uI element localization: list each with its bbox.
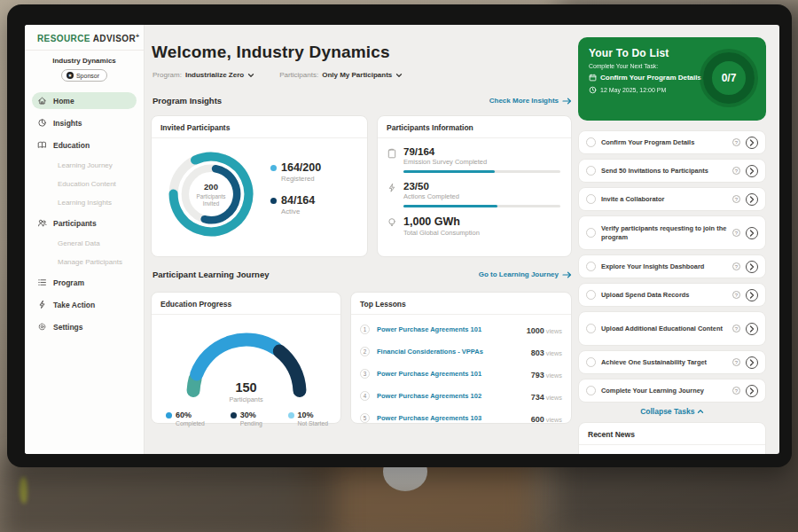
help-icon[interactable]: ? — [732, 291, 740, 299]
collapse-tasks-label: Collapse Tasks — [640, 407, 694, 416]
task-open-button[interactable] — [746, 289, 758, 301]
card-title: Participants Information — [378, 116, 571, 138]
learning-journey-header: Participant Learning Journey Go to Learn… — [153, 270, 572, 279]
app-logo: RESOURCE ADVISOR+ — [25, 25, 144, 51]
task-confirm-program-details[interactable]: Confirm Your Program Details ? — [578, 130, 766, 154]
help-icon[interactable]: ? — [732, 195, 740, 203]
help-icon[interactable]: ? — [732, 325, 740, 332]
task-explore-insights[interactable]: Explore Your Insights Dashboard ? — [578, 254, 766, 278]
task-checkbox[interactable] — [586, 290, 596, 300]
lesson-rank: 2 — [360, 347, 370, 356]
task-open-button[interactable] — [746, 165, 758, 177]
help-icon[interactable]: ? — [732, 358, 740, 366]
task-checkbox[interactable] — [586, 357, 596, 367]
sidebar-nav: Home Insights Education Learning Journey… — [25, 82, 144, 335]
program-icon — [37, 278, 47, 287]
help-icon[interactable]: ? — [732, 387, 740, 395]
section-title: Participant Learning Journey — [153, 270, 269, 279]
task-checkbox[interactable] — [586, 324, 596, 333]
filters-row: Program: Industrialize Zero Participants… — [153, 71, 403, 79]
participants-filter[interactable]: Participants: Only My Participants — [279, 71, 403, 79]
lesson-link[interactable]: Power Purchase Agreements 101 — [377, 325, 520, 333]
education-icon — [37, 140, 47, 150]
survey-icon — [387, 148, 397, 159]
sidebar-item-manage-participants[interactable]: Manage Participants — [32, 255, 137, 269]
sidebar-item-education[interactable]: Education — [32, 137, 137, 153]
progress-bar-fill — [403, 205, 497, 207]
link-label: Check More Insights — [489, 97, 559, 105]
todo-due-date: 12 May 2025, 12:00 PM — [600, 87, 666, 93]
sidebar-item-participants[interactable]: Participants — [32, 215, 137, 231]
help-icon[interactable]: ? — [732, 167, 740, 175]
task-label: Complete Your Learning Journey — [601, 387, 727, 395]
task-open-button[interactable] — [746, 356, 758, 369]
help-icon[interactable]: ? — [732, 262, 740, 270]
help-icon[interactable]: ? — [732, 138, 740, 146]
sidebar-item-program[interactable]: Program — [32, 274, 137, 291]
sidebar-item-general-data[interactable]: General Data — [32, 237, 137, 250]
top-lessons-card: Top Lessons 1 Power Purchase Agreements … — [350, 292, 572, 424]
task-checkbox[interactable] — [586, 194, 596, 204]
program-filter-value: Industrialize Zero — [185, 71, 244, 79]
participants-icon — [37, 218, 47, 228]
task-complete-learning-journey[interactable]: Complete Your Learning Journey ? — [578, 379, 766, 403]
sidebar-item-learning-insights[interactable]: Learning Insights — [32, 196, 137, 209]
lesson-views: 600 — [531, 415, 544, 424]
sidebar-item-insights[interactable]: Insights — [32, 114, 137, 131]
arrow-right-icon — [562, 98, 572, 105]
task-achieve-sustainability-target[interactable]: Achieve One Sustainability Target ? — [578, 350, 766, 374]
lesson-views: 793 — [531, 371, 544, 379]
sidebar-item-take-action[interactable]: Take Action — [32, 296, 137, 313]
task-open-button[interactable] — [746, 227, 758, 239]
task-label: Achieve One Sustainability Target — [601, 358, 727, 367]
sidebar-item-education-content[interactable]: Education Content — [32, 177, 137, 191]
program-filter[interactable]: Program: Industrialize Zero — [153, 71, 254, 79]
recent-news-card: Recent News — [578, 422, 766, 454]
task-open-button[interactable] — [746, 385, 758, 397]
progress-bar — [403, 205, 560, 207]
consumption-icon — [387, 217, 397, 228]
collapse-tasks-link[interactable]: Collapse Tasks — [578, 407, 766, 416]
progress-bar-fill — [403, 170, 495, 173]
sidebar-item-settings[interactable]: Settings — [32, 318, 137, 335]
legend-value: 164/200 — [281, 161, 321, 174]
participants-filter-label: Participants: — [279, 71, 318, 79]
task-open-button[interactable] — [746, 323, 758, 335]
gauge-center-sublabel: Participants — [176, 395, 317, 403]
task-checkbox[interactable] — [586, 262, 596, 271]
lesson-row: 4 Power Purchase Agreements 102 734views — [351, 381, 571, 403]
task-checkbox[interactable] — [586, 137, 596, 147]
todo-progress-ring: 0/7 — [703, 52, 755, 104]
task-upload-educational-content[interactable]: Upload Additional Educational Content ? — [578, 311, 766, 346]
task-label: Upload Additional Educational Content — [601, 325, 727, 333]
program-filter-label: Program: — [153, 71, 182, 79]
go-to-learning-journey-link[interactable]: Go to Learning Journey — [479, 270, 572, 278]
task-label: Upload Spend Data Records — [601, 291, 727, 300]
logo-plus: + — [136, 33, 140, 39]
actions-icon — [387, 183, 397, 193]
task-upload-spend-data[interactable]: Upload Spend Data Records ? — [578, 283, 766, 307]
lesson-link[interactable]: Power Purchase Agreements 102 — [377, 392, 524, 400]
stat-label: Total Global Consumption — [403, 229, 560, 237]
legend-label: Completed — [176, 420, 205, 426]
task-send-invitations[interactable]: Send 50 Invitations to Participants ? — [578, 159, 766, 183]
task-open-button[interactable] — [746, 137, 758, 149]
lesson-link[interactable]: Power Purchase Agreements 101 — [377, 370, 524, 378]
task-checkbox[interactable] — [586, 228, 596, 238]
task-checkbox[interactable] — [586, 166, 596, 176]
sidebar-item-home[interactable]: Home — [32, 92, 137, 109]
task-verify-participants[interactable]: Verify participants requesting to join t… — [578, 215, 766, 250]
task-invite-collaborator[interactable]: Invite a Collaborator ? — [578, 187, 766, 211]
legend-value: 10% — [298, 411, 314, 419]
task-open-button[interactable] — [746, 261, 758, 273]
lesson-link[interactable]: Financial Considerations - VPPAs — [377, 348, 524, 356]
help-icon[interactable]: ? — [732, 229, 740, 237]
lesson-link[interactable]: Power Purchase Agreements 103 — [377, 414, 524, 422]
check-more-insights-link[interactable]: Check More Insights — [489, 97, 572, 105]
task-open-button[interactable] — [746, 193, 758, 206]
task-checkbox[interactable] — [586, 386, 596, 395]
insights-icon — [37, 118, 47, 128]
sidebar-item-learning-journey[interactable]: Learning Journey — [32, 159, 137, 172]
plant-leaf — [20, 477, 27, 504]
legend-value: 30% — [240, 411, 256, 419]
